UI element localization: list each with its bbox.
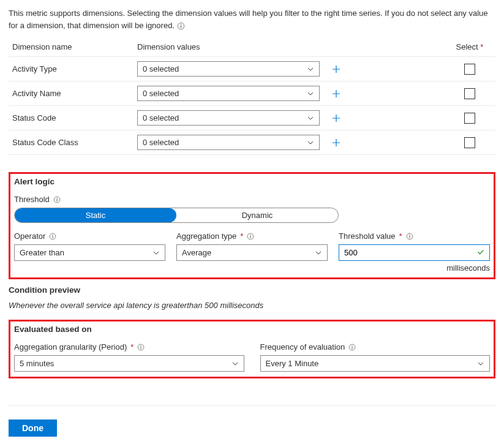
svg-rect-14: [409, 236, 410, 238]
dimension-values-label: 0 selected: [143, 64, 179, 73]
dimensions-table: Dimension name Dimension values Select *…: [9, 37, 495, 155]
dimension-values-select[interactable]: 0 selected: [137, 86, 320, 101]
condition-preview-text: Whenever the overall service api latency…: [9, 301, 495, 310]
svg-rect-2: [181, 25, 181, 28]
svg-rect-8: [53, 236, 53, 238]
threshold-type-toggle: Static Dynamic: [14, 208, 339, 223]
svg-rect-11: [250, 236, 251, 238]
dimension-values-label: 0 selected: [143, 138, 179, 147]
add-dimension-button[interactable]: [331, 137, 342, 148]
dimensions-header-row: Dimension name Dimension values Select *: [9, 37, 495, 56]
info-icon[interactable]: [348, 344, 356, 351]
svg-rect-5: [56, 199, 57, 201]
column-header-name: Dimension name: [12, 42, 137, 51]
dimension-values-select[interactable]: 0 selected: [137, 135, 320, 150]
dimensions-intro-text: This metric supports dimensions. Selecti…: [9, 7, 495, 31]
info-icon[interactable]: [247, 233, 254, 240]
threshold-label: Threshold: [14, 195, 50, 204]
aggregation-granularity-select[interactable]: 5 minutes: [14, 355, 244, 372]
svg-rect-17: [141, 347, 141, 349]
dimension-select-checkbox[interactable]: [464, 64, 475, 75]
threshold-static-toggle[interactable]: Static: [15, 208, 176, 222]
operator-value: Greater than: [20, 248, 64, 257]
intro-text-content: This metric supports dimensions. Selecti…: [9, 9, 488, 30]
required-indicator: *: [130, 342, 134, 352]
chevron-down-icon: [307, 90, 314, 97]
dimension-row: Status Code 0 selected: [9, 105, 495, 130]
chevron-down-icon: [307, 66, 314, 73]
chevron-down-icon: [315, 249, 322, 257]
add-dimension-button[interactable]: [331, 88, 342, 99]
required-indicator: *: [240, 231, 243, 241]
svg-rect-20: [352, 347, 353, 349]
aggregation-type-value: Average: [182, 248, 211, 257]
dimension-name: Activity Type: [12, 64, 137, 73]
operator-select[interactable]: Greater than: [14, 244, 165, 261]
aggregation-type-select[interactable]: Average: [176, 244, 328, 261]
frequency-value: Every 1 Minute: [266, 359, 319, 368]
svg-point-16: [141, 345, 141, 346]
svg-point-13: [409, 235, 410, 235]
info-icon[interactable]: [137, 344, 145, 351]
dimension-row: Activity Name 0 selected: [9, 81, 495, 105]
column-header-values: Dimension values: [137, 42, 327, 51]
dimension-name: Status Code: [12, 113, 137, 122]
frequency-select[interactable]: Every 1 Minute: [260, 355, 491, 372]
required-indicator: *: [399, 231, 402, 241]
threshold-value-input[interactable]: [339, 244, 490, 261]
dimension-select-checkbox[interactable]: [464, 137, 475, 148]
info-icon[interactable]: [177, 22, 185, 30]
dimension-values-select[interactable]: 0 selected: [137, 110, 320, 126]
dimension-name: Activity Name: [12, 89, 137, 98]
add-dimension-button[interactable]: [331, 64, 342, 75]
chevron-down-icon: [477, 360, 484, 367]
evaluated-title: Evaluated based on: [14, 325, 490, 334]
done-button[interactable]: Done: [9, 420, 57, 437]
dimension-values-select[interactable]: 0 selected: [137, 61, 320, 77]
chevron-down-icon: [307, 139, 314, 146]
dimension-row: Status Code Class 0 selected: [9, 130, 495, 155]
threshold-value-label: Threshold value: [339, 231, 396, 241]
info-icon[interactable]: [49, 233, 56, 240]
dimension-select-checkbox[interactable]: [464, 113, 475, 124]
svg-point-1: [180, 24, 181, 24]
check-icon: [476, 247, 485, 258]
svg-point-7: [53, 235, 53, 235]
chevron-down-icon: [231, 360, 239, 367]
condition-preview-section: Condition preview Whenever the overall s…: [9, 285, 495, 310]
info-icon[interactable]: [406, 233, 413, 240]
operator-label: Operator: [14, 231, 45, 241]
svg-point-10: [250, 235, 251, 235]
threshold-unit: milliseconds: [339, 263, 490, 273]
dimension-select-checkbox[interactable]: [464, 88, 475, 99]
threshold-dynamic-toggle[interactable]: Dynamic: [176, 208, 338, 222]
svg-point-19: [352, 345, 353, 346]
dimension-row: Activity Type 0 selected: [9, 56, 495, 81]
column-header-select: Select *: [448, 42, 492, 51]
evaluated-section: Evaluated based on Aggregation granulari…: [9, 320, 495, 378]
divider: [9, 405, 495, 406]
alert-logic-title: Alert logic: [14, 177, 490, 186]
aggregation-granularity-label: Aggregation granularity (Period): [14, 342, 127, 352]
dimension-values-label: 0 selected: [143, 113, 179, 122]
add-dimension-button[interactable]: [331, 113, 342, 124]
aggregation-granularity-value: 5 minutes: [20, 359, 54, 368]
aggregation-type-label: Aggregation type: [176, 231, 236, 241]
chevron-down-icon: [307, 115, 314, 122]
alert-logic-section: Alert logic Threshold Static Dynamic Ope…: [9, 172, 495, 279]
chevron-down-icon: [152, 249, 160, 257]
info-icon[interactable]: [53, 196, 61, 203]
svg-point-4: [56, 198, 57, 198]
dimension-name: Status Code Class: [12, 138, 137, 147]
condition-preview-title: Condition preview: [9, 285, 495, 295]
frequency-label: Frequency of evaluation: [260, 342, 345, 352]
dimension-values-label: 0 selected: [143, 89, 179, 98]
